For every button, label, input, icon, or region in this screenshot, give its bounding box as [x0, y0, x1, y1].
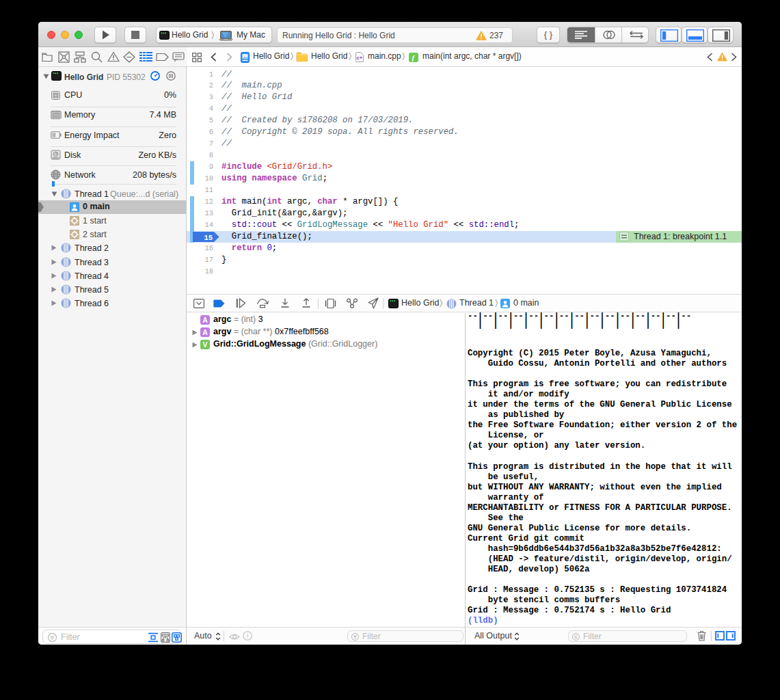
svg-text:V: V	[202, 340, 207, 349]
svg-text:i: i	[247, 632, 249, 639]
svg-text:c+: c+	[357, 55, 363, 61]
svg-text:15: 15	[204, 233, 213, 241]
svg-text:A: A	[202, 328, 208, 336]
svg-text:A: A	[202, 316, 208, 324]
